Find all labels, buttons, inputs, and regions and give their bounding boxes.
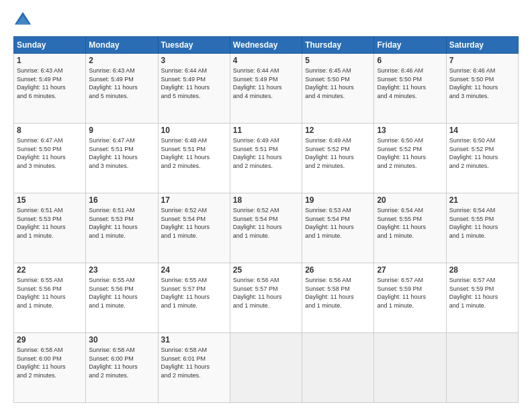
day-info: Sunrise: 6:55 AMSunset: 5:56 PMDaylight:… bbox=[17, 276, 83, 310]
day-info: Sunrise: 6:57 AMSunset: 5:59 PMDaylight:… bbox=[377, 276, 443, 310]
day-cell: 12Sunrise: 6:49 AMSunset: 5:52 PMDayligh… bbox=[302, 124, 374, 193]
col-header-thursday: Thursday bbox=[302, 37, 374, 54]
day-info: Sunrise: 6:57 AMSunset: 5:59 PMDaylight:… bbox=[449, 276, 515, 310]
day-info: Sunrise: 6:56 AMSunset: 5:58 PMDaylight:… bbox=[305, 276, 371, 310]
logo-icon bbox=[13, 11, 32, 30]
logo bbox=[13, 11, 35, 30]
day-cell: 17Sunrise: 6:52 AMSunset: 5:54 PMDayligh… bbox=[158, 193, 230, 263]
day-cell: 14Sunrise: 6:50 AMSunset: 5:52 PMDayligh… bbox=[446, 124, 518, 193]
day-info: Sunrise: 6:55 AMSunset: 5:57 PMDaylight:… bbox=[161, 276, 227, 310]
day-number: 20 bbox=[377, 195, 443, 205]
day-cell: 28Sunrise: 6:57 AMSunset: 5:59 PMDayligh… bbox=[446, 263, 518, 333]
day-info: Sunrise: 6:51 AMSunset: 5:53 PMDaylight:… bbox=[17, 206, 83, 240]
header bbox=[13, 11, 519, 30]
day-cell bbox=[374, 333, 446, 403]
day-number: 10 bbox=[161, 126, 227, 135]
day-number: 15 bbox=[17, 195, 83, 205]
col-header-tuesday: Tuesday bbox=[158, 37, 230, 54]
day-number: 25 bbox=[233, 265, 299, 275]
week-row-2: 8Sunrise: 6:47 AMSunset: 5:50 PMDaylight… bbox=[14, 124, 519, 193]
day-info: Sunrise: 6:52 AMSunset: 5:54 PMDaylight:… bbox=[233, 206, 299, 240]
day-cell: 13Sunrise: 6:50 AMSunset: 5:52 PMDayligh… bbox=[374, 124, 446, 193]
day-number: 4 bbox=[233, 56, 299, 65]
day-cell: 6Sunrise: 6:46 AMSunset: 5:50 PMDaylight… bbox=[374, 54, 446, 124]
day-cell: 5Sunrise: 6:45 AMSunset: 5:50 PMDaylight… bbox=[302, 54, 374, 124]
day-info: Sunrise: 6:52 AMSunset: 5:54 PMDaylight:… bbox=[161, 206, 227, 240]
day-number: 28 bbox=[449, 265, 515, 275]
day-cell: 18Sunrise: 6:52 AMSunset: 5:54 PMDayligh… bbox=[230, 193, 302, 263]
day-cell: 22Sunrise: 6:55 AMSunset: 5:56 PMDayligh… bbox=[14, 263, 86, 333]
week-row-3: 15Sunrise: 6:51 AMSunset: 5:53 PMDayligh… bbox=[14, 193, 519, 263]
day-number: 14 bbox=[449, 126, 515, 135]
day-cell: 4Sunrise: 6:44 AMSunset: 5:49 PMDaylight… bbox=[230, 54, 302, 124]
day-info: Sunrise: 6:58 AMSunset: 6:01 PMDaylight:… bbox=[161, 346, 227, 379]
col-header-wednesday: Wednesday bbox=[230, 37, 302, 54]
day-cell: 16Sunrise: 6:51 AMSunset: 5:53 PMDayligh… bbox=[86, 193, 158, 263]
day-cell: 26Sunrise: 6:56 AMSunset: 5:58 PMDayligh… bbox=[302, 263, 374, 333]
day-cell: 25Sunrise: 6:56 AMSunset: 5:57 PMDayligh… bbox=[230, 263, 302, 333]
day-number: 6 bbox=[377, 56, 443, 65]
day-number: 22 bbox=[17, 265, 83, 275]
week-row-5: 29Sunrise: 6:58 AMSunset: 6:00 PMDayligh… bbox=[14, 333, 519, 403]
day-cell: 19Sunrise: 6:53 AMSunset: 5:54 PMDayligh… bbox=[302, 193, 374, 263]
day-cell: 2Sunrise: 6:43 AMSunset: 5:49 PMDaylight… bbox=[86, 54, 158, 124]
calendar-header-row: SundayMondayTuesdayWednesdayThursdayFrid… bbox=[14, 37, 519, 54]
day-info: Sunrise: 6:55 AMSunset: 5:56 PMDaylight:… bbox=[89, 276, 154, 310]
day-number: 3 bbox=[161, 56, 227, 65]
day-cell: 11Sunrise: 6:49 AMSunset: 5:51 PMDayligh… bbox=[230, 124, 302, 193]
day-info: Sunrise: 6:54 AMSunset: 5:55 PMDaylight:… bbox=[449, 206, 515, 240]
day-cell: 20Sunrise: 6:54 AMSunset: 5:55 PMDayligh… bbox=[374, 193, 446, 263]
day-info: Sunrise: 6:43 AMSunset: 5:49 PMDaylight:… bbox=[17, 66, 83, 100]
day-cell: 21Sunrise: 6:54 AMSunset: 5:55 PMDayligh… bbox=[446, 193, 518, 263]
day-number: 5 bbox=[305, 56, 371, 65]
day-number: 16 bbox=[89, 195, 154, 205]
day-number: 19 bbox=[305, 195, 371, 205]
day-number: 11 bbox=[233, 126, 299, 135]
day-cell bbox=[302, 333, 374, 403]
day-info: Sunrise: 6:50 AMSunset: 5:52 PMDaylight:… bbox=[449, 136, 515, 170]
day-info: Sunrise: 6:51 AMSunset: 5:53 PMDaylight:… bbox=[89, 206, 154, 240]
day-info: Sunrise: 6:44 AMSunset: 5:49 PMDaylight:… bbox=[161, 66, 227, 100]
day-number: 30 bbox=[89, 335, 154, 345]
day-number: 18 bbox=[233, 195, 299, 205]
col-header-monday: Monday bbox=[86, 37, 158, 54]
day-info: Sunrise: 6:49 AMSunset: 5:52 PMDaylight:… bbox=[305, 136, 371, 170]
day-cell: 1Sunrise: 6:43 AMSunset: 5:49 PMDaylight… bbox=[14, 54, 86, 124]
day-cell: 15Sunrise: 6:51 AMSunset: 5:53 PMDayligh… bbox=[14, 193, 86, 263]
day-number: 17 bbox=[161, 195, 227, 205]
day-cell: 7Sunrise: 6:46 AMSunset: 5:50 PMDaylight… bbox=[446, 54, 518, 124]
day-number: 12 bbox=[305, 126, 371, 135]
day-number: 8 bbox=[17, 126, 83, 135]
week-row-1: 1Sunrise: 6:43 AMSunset: 5:49 PMDaylight… bbox=[14, 54, 519, 124]
day-cell: 3Sunrise: 6:44 AMSunset: 5:49 PMDaylight… bbox=[158, 54, 230, 124]
day-cell: 9Sunrise: 6:47 AMSunset: 5:51 PMDaylight… bbox=[86, 124, 158, 193]
day-info: Sunrise: 6:56 AMSunset: 5:57 PMDaylight:… bbox=[233, 276, 299, 310]
day-info: Sunrise: 6:53 AMSunset: 5:54 PMDaylight:… bbox=[305, 206, 371, 240]
day-cell: 29Sunrise: 6:58 AMSunset: 6:00 PMDayligh… bbox=[14, 333, 86, 403]
day-number: 21 bbox=[449, 195, 515, 205]
day-number: 23 bbox=[89, 265, 154, 275]
day-info: Sunrise: 6:44 AMSunset: 5:49 PMDaylight:… bbox=[233, 66, 299, 100]
day-cell: 24Sunrise: 6:55 AMSunset: 5:57 PMDayligh… bbox=[158, 263, 230, 333]
day-number: 26 bbox=[305, 265, 371, 275]
day-info: Sunrise: 6:45 AMSunset: 5:50 PMDaylight:… bbox=[305, 66, 371, 100]
day-info: Sunrise: 6:43 AMSunset: 5:49 PMDaylight:… bbox=[89, 66, 154, 100]
day-cell: 31Sunrise: 6:58 AMSunset: 6:01 PMDayligh… bbox=[158, 333, 230, 403]
day-cell: 30Sunrise: 6:58 AMSunset: 6:00 PMDayligh… bbox=[86, 333, 158, 403]
week-row-4: 22Sunrise: 6:55 AMSunset: 5:56 PMDayligh… bbox=[14, 263, 519, 333]
day-number: 24 bbox=[161, 265, 227, 275]
page: SundayMondayTuesdayWednesdayThursdayFrid… bbox=[0, 0, 532, 411]
day-cell: 10Sunrise: 6:48 AMSunset: 5:51 PMDayligh… bbox=[158, 124, 230, 193]
day-info: Sunrise: 6:46 AMSunset: 5:50 PMDaylight:… bbox=[449, 66, 515, 100]
day-number: 1 bbox=[17, 56, 83, 65]
day-cell: 8Sunrise: 6:47 AMSunset: 5:50 PMDaylight… bbox=[14, 124, 86, 193]
col-header-saturday: Saturday bbox=[446, 37, 518, 54]
day-cell: 23Sunrise: 6:55 AMSunset: 5:56 PMDayligh… bbox=[86, 263, 158, 333]
day-cell bbox=[446, 333, 518, 403]
day-info: Sunrise: 6:54 AMSunset: 5:55 PMDaylight:… bbox=[377, 206, 443, 240]
calendar-table: SundayMondayTuesdayWednesdayThursdayFrid… bbox=[13, 36, 519, 403]
day-number: 13 bbox=[377, 126, 443, 135]
day-info: Sunrise: 6:47 AMSunset: 5:51 PMDaylight:… bbox=[89, 136, 154, 170]
day-number: 7 bbox=[449, 56, 515, 65]
day-info: Sunrise: 6:50 AMSunset: 5:52 PMDaylight:… bbox=[377, 136, 443, 170]
